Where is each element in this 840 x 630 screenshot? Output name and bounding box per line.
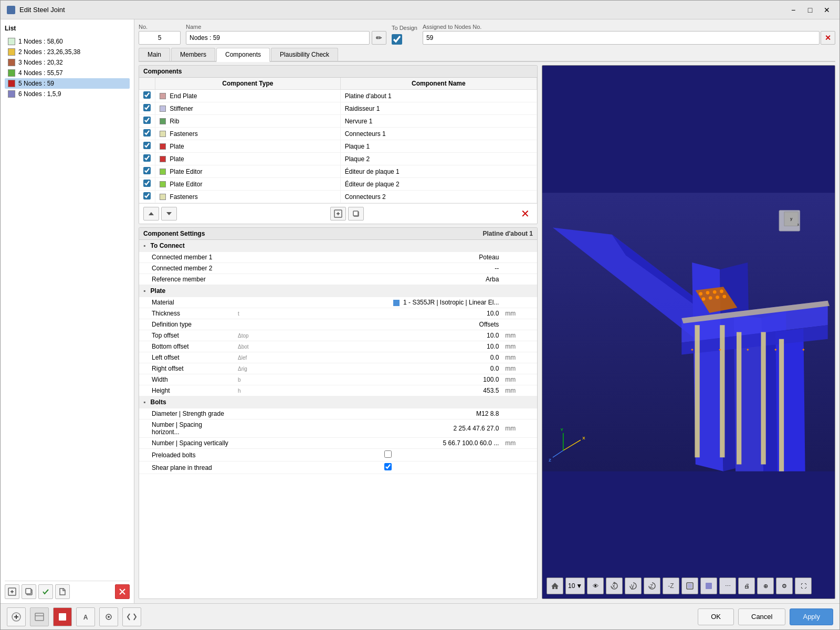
sidebar-item-2[interactable]: 2 Nodes : 23,26,35,38 bbox=[5, 47, 130, 57]
setting-unit-plate-3: mm bbox=[503, 330, 537, 341]
comp-checkbox-6[interactable] bbox=[143, 167, 151, 174]
ok-button[interactable]: OK bbox=[698, 608, 734, 625]
vp-home-button[interactable] bbox=[547, 578, 563, 594]
vp-settings-button[interactable]: ⚙ bbox=[776, 578, 793, 594]
toolbar-new-button[interactable] bbox=[7, 607, 26, 626]
apply-button[interactable]: Apply bbox=[790, 608, 833, 625]
svg-text:x: x bbox=[797, 222, 799, 227]
svg-marker-27 bbox=[761, 332, 765, 465]
comp-checkbox-1[interactable] bbox=[143, 104, 151, 111]
content-area: Components Component Type Component Name bbox=[139, 65, 835, 599]
sidebar-item-5[interactable]: 5 Nodes : 59 bbox=[5, 78, 130, 89]
vp-fullscreen-button[interactable]: ⛶ bbox=[795, 578, 812, 594]
viewport[interactable]: ✦ ✦ ✦ ✦ ✦ y x X bbox=[542, 65, 835, 599]
comp-type-text-8: Fasteners bbox=[170, 193, 197, 201]
svg-text:y: y bbox=[790, 216, 793, 221]
comp-checkbox-2[interactable] bbox=[143, 117, 151, 124]
svg-marker-26 bbox=[737, 332, 741, 465]
setting-symbol-plate-7: b bbox=[234, 374, 272, 385]
comp-name-text-7: Éditeur de plaque 2 bbox=[345, 181, 400, 188]
col-name: Component Name bbox=[340, 78, 537, 90]
comp-name-text-0: Platine d'about 1 bbox=[345, 92, 392, 100]
comp-checkbox-3[interactable] bbox=[143, 129, 151, 136]
toolbar-text-button[interactable]: A bbox=[76, 607, 95, 626]
col-check bbox=[139, 78, 155, 90]
vp-rotate-z-button[interactable]: z bbox=[644, 578, 660, 594]
toolbar-script-button[interactable] bbox=[122, 607, 141, 626]
collapse-icon-to_connect[interactable]: ▪ bbox=[143, 242, 145, 249]
comp-checkbox-0[interactable] bbox=[143, 91, 151, 99]
window-title: Edit Steel Joint bbox=[19, 6, 783, 14]
comp-down-button[interactable] bbox=[161, 207, 177, 220]
list-item: Definition type Offsets bbox=[139, 319, 537, 330]
list-item: Shear plane in thread bbox=[139, 461, 537, 474]
setting-checkbox-bolts-4[interactable] bbox=[384, 463, 392, 470]
assigned-input[interactable] bbox=[423, 31, 820, 45]
sidebar-item-4[interactable]: 4 Nodes : 55,57 bbox=[5, 68, 130, 78]
no-input[interactable] bbox=[139, 31, 181, 45]
sidebar-copy-button[interactable] bbox=[22, 584, 36, 599]
sidebar-item-6[interactable]: 6 Nodes : 1,5,9 bbox=[5, 89, 130, 99]
svg-text:✦: ✦ bbox=[774, 348, 778, 352]
sidebar-item-3[interactable]: 3 Nodes : 20,32 bbox=[5, 57, 130, 68]
comp-check-cell-8 bbox=[139, 191, 155, 203]
comp-checkbox-8[interactable] bbox=[143, 192, 151, 200]
minimize-button[interactable]: − bbox=[787, 4, 800, 16]
setting-label-bolts-0: Diameter | Strength grade bbox=[139, 408, 234, 419]
comp-checkbox-4[interactable] bbox=[143, 142, 151, 149]
vp-rotate-y-button[interactable]: y bbox=[625, 578, 642, 594]
tab-main[interactable]: Main bbox=[139, 48, 170, 61]
vp-zoom-dropdown[interactable]: 10 ▼ bbox=[565, 578, 585, 594]
comp-up-button[interactable] bbox=[143, 207, 159, 220]
list-item: Connected member 1 Poteau bbox=[139, 252, 537, 263]
sidebar-check-button[interactable] bbox=[38, 584, 53, 599]
list-item: Reference member Arba bbox=[139, 274, 537, 285]
name-label: Name bbox=[186, 24, 386, 30]
setting-symbol-bolts-0 bbox=[234, 408, 272, 419]
setting-unit-to_connect-1 bbox=[503, 263, 537, 274]
comp-type-text-3: Fasteners bbox=[170, 130, 197, 138]
name-input[interactable] bbox=[186, 31, 370, 45]
vp-solid-button[interactable] bbox=[700, 578, 717, 594]
svg-marker-28 bbox=[779, 339, 784, 471]
vp-render-mode-button[interactable] bbox=[681, 578, 698, 594]
svg-point-32 bbox=[706, 291, 710, 295]
vp-view-button[interactable]: 👁 bbox=[587, 578, 604, 594]
comp-checkbox-5[interactable] bbox=[143, 154, 151, 162]
toolbar-open-button[interactable] bbox=[30, 607, 49, 626]
cancel-button[interactable]: Cancel bbox=[738, 608, 785, 625]
sidebar-add-button[interactable] bbox=[5, 584, 19, 599]
sidebar-delete-button[interactable] bbox=[115, 584, 130, 599]
comp-copy-button[interactable] bbox=[348, 207, 364, 220]
vp-print-button[interactable]: 🖨 bbox=[738, 578, 755, 594]
sidebar-export-button[interactable] bbox=[55, 584, 70, 599]
sidebar-color-6 bbox=[8, 90, 15, 98]
setting-unit-bolts-0 bbox=[503, 408, 537, 419]
vp-more-button[interactable]: ⋯ bbox=[719, 578, 736, 594]
toolbar-red-button[interactable] bbox=[53, 607, 72, 626]
tab-members[interactable]: Members bbox=[171, 48, 215, 61]
to-design-checkbox[interactable] bbox=[392, 34, 402, 45]
material-color-icon bbox=[393, 300, 400, 306]
table-row: Fasteners Connecteurs 2 bbox=[139, 191, 537, 203]
sidebar-item-1[interactable]: 1 Nodes : 58,60 bbox=[5, 36, 130, 47]
tab-components[interactable]: Components bbox=[216, 48, 270, 62]
maximize-button[interactable]: □ bbox=[804, 4, 816, 16]
toolbar-view-button[interactable] bbox=[99, 607, 118, 626]
vp-extra-button[interactable]: ⊕ bbox=[757, 578, 774, 594]
settings-active-name: Platine d'about 1 bbox=[482, 230, 533, 237]
setting-unit-plate-1: mm bbox=[503, 308, 537, 319]
assigned-clear-button[interactable]: ✕ bbox=[821, 31, 835, 45]
settings-body: ▪ To Connect Connected member 1 Poteau C… bbox=[139, 240, 537, 598]
close-button[interactable]: ✕ bbox=[821, 4, 833, 16]
comp-checkbox-7[interactable] bbox=[143, 180, 151, 187]
vp-neg-z-button[interactable]: -Z bbox=[663, 578, 679, 594]
collapse-icon-bolts[interactable]: ▪ bbox=[143, 398, 145, 406]
setting-checkbox-bolts-3[interactable] bbox=[384, 450, 392, 458]
comp-delete-button[interactable]: ✕ bbox=[517, 207, 533, 220]
tab-plausibility[interactable]: Plausibility Check bbox=[271, 48, 338, 61]
comp-add-button[interactable] bbox=[330, 207, 346, 220]
vp-rotate-x-button[interactable]: x bbox=[606, 578, 623, 594]
collapse-icon-plate[interactable]: ▪ bbox=[143, 287, 145, 295]
name-edit-button[interactable]: ✏ bbox=[372, 31, 386, 45]
